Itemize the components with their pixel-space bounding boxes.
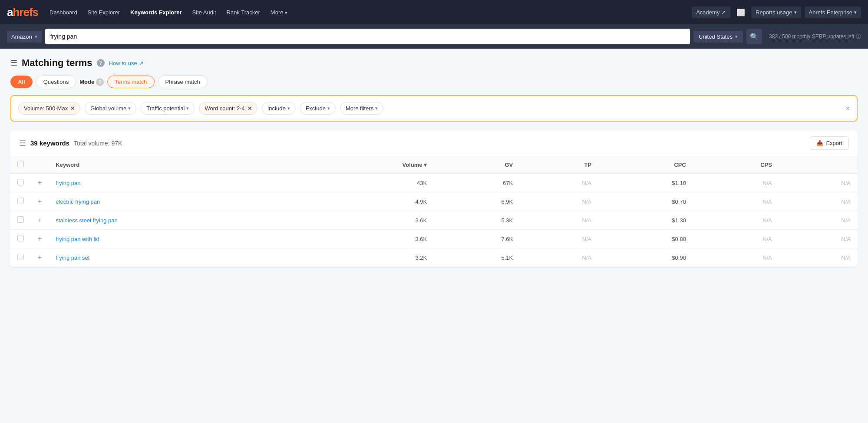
col-cpc[interactable]: CPC xyxy=(598,156,693,173)
col-tp[interactable]: TP xyxy=(520,156,598,173)
row-cps-2: N/A xyxy=(693,211,779,230)
filter-chip-word-count[interactable]: Word count: 2-4 ✕ xyxy=(199,102,257,115)
keyword-link-1[interactable]: electric frying pan xyxy=(56,198,100,205)
row-keyword-cell: stainless steel frying pan xyxy=(49,211,304,230)
row-tp-1: N/A xyxy=(520,192,598,211)
main-content: ☰ Matching terms ? How to use ↗ All Ques… xyxy=(0,49,868,276)
nav-right: Academy ↗ ⬜ Reports usage Ahrefs Enterpr… xyxy=(692,6,861,19)
row-gv-2: 5.3K xyxy=(434,211,520,230)
filter-chip-word-count-label: Word count: 2-4 xyxy=(205,105,244,112)
table-row: + frying pan with lid 3.6K 7.6K N/A $0.8… xyxy=(10,230,858,248)
row-add-button-3[interactable]: + xyxy=(38,235,42,242)
col-gv[interactable]: GV xyxy=(434,156,520,173)
keyword-link-4[interactable]: frying pan set xyxy=(56,254,89,261)
filter-clear-all[interactable]: × xyxy=(846,105,850,112)
row-cps-1: N/A xyxy=(693,192,779,211)
row-cpc-3: $0.80 xyxy=(598,230,693,248)
filter-traffic-potential-label: Traffic potential xyxy=(146,105,185,112)
nav-site-audit[interactable]: Site Audit xyxy=(188,7,221,18)
nav-rank-tracker[interactable]: Rank Tracker xyxy=(222,7,264,18)
col-volume[interactable]: Volume ▾ xyxy=(304,156,434,173)
filter-traffic-potential[interactable]: Traffic potential xyxy=(141,102,195,115)
tab-all[interactable]: All xyxy=(10,76,33,88)
row-extra-1: N/A xyxy=(779,192,858,211)
row-add-button-4[interactable]: + xyxy=(38,254,42,261)
row-checkbox-cell xyxy=(10,248,31,267)
row-checkbox-3[interactable] xyxy=(17,235,24,241)
filter-more-filters[interactable]: More filters xyxy=(340,102,383,115)
how-to-use-link[interactable]: How to use ↗ xyxy=(109,60,144,66)
col-select-all[interactable] xyxy=(10,156,31,173)
keyword-link-3[interactable]: frying pan with lid xyxy=(56,236,99,242)
filter-more-filters-label: More filters xyxy=(346,105,373,112)
export-icon: 📥 xyxy=(816,140,823,146)
table-header-row: ☰ 39 keywords Total volume: 97K 📥 Export xyxy=(10,130,858,156)
row-add-button-2[interactable]: + xyxy=(38,216,42,224)
export-label: Export xyxy=(826,140,842,146)
nav-more[interactable]: More xyxy=(266,7,292,18)
row-cpc-2: $1.30 xyxy=(598,211,693,230)
row-add-cell: + xyxy=(31,211,49,230)
row-add-cell: + xyxy=(31,173,49,192)
logo[interactable]: ahrefs xyxy=(7,6,38,19)
keyword-count: 39 keywords xyxy=(30,139,69,147)
nav-academy[interactable]: Academy ↗ xyxy=(692,7,730,18)
filter-chip-volume-label: Volume: 500-Max xyxy=(24,105,68,112)
page-header: ☰ Matching terms ? How to use ↗ xyxy=(10,57,858,69)
row-checkbox-0[interactable] xyxy=(17,179,24,185)
row-add-button-1[interactable]: + xyxy=(38,198,42,205)
tab-questions[interactable]: Questions xyxy=(36,76,76,88)
filter-row: Volume: 500-Max ✕ Global volume Traffic … xyxy=(10,95,858,122)
table-drag-icon[interactable]: ☰ xyxy=(19,139,26,148)
nav-keywords-explorer[interactable]: Keywords Explorer xyxy=(126,7,186,18)
row-extra-0: N/A xyxy=(779,173,858,192)
help-icon[interactable]: ? xyxy=(97,59,105,67)
row-add-cell: + xyxy=(31,248,49,267)
search-engine-select[interactable]: Amazon xyxy=(7,31,42,43)
hamburger-icon[interactable]: ☰ xyxy=(10,58,17,68)
row-gv-3: 7.6K xyxy=(434,230,520,248)
col-add xyxy=(31,156,49,173)
country-label: United States xyxy=(699,33,733,40)
col-cps[interactable]: CPS xyxy=(693,156,779,173)
row-tp-3: N/A xyxy=(520,230,598,248)
row-keyword-cell: frying pan xyxy=(49,173,304,192)
row-add-button-0[interactable]: + xyxy=(38,179,42,186)
row-keyword-cell: electric frying pan xyxy=(49,192,304,211)
row-checkbox-4[interactable] xyxy=(17,254,24,260)
filter-global-volume[interactable]: Global volume xyxy=(85,102,136,115)
nav-dashboard[interactable]: Dashboard xyxy=(45,7,82,18)
row-keyword-cell: frying pan with lid xyxy=(49,230,304,248)
search-engine-label: Amazon xyxy=(11,33,32,40)
row-keyword-cell: frying pan set xyxy=(49,248,304,267)
export-button[interactable]: 📥 Export xyxy=(810,136,849,150)
select-all-checkbox[interactable] xyxy=(17,161,24,167)
filter-chip-volume-remove[interactable]: ✕ xyxy=(70,106,75,112)
row-checkbox-1[interactable] xyxy=(17,198,24,204)
nav-site-explorer[interactable]: Site Explorer xyxy=(83,7,124,18)
search-button[interactable]: 🔍 xyxy=(746,29,762,44)
table-row: + frying pan set 3.2K 5.1K N/A $0.90 N/A… xyxy=(10,248,858,267)
tab-terms-match[interactable]: Terms match xyxy=(107,76,154,88)
table-row: + frying pan 43K 67K N/A $1.10 N/A N/A xyxy=(10,173,858,192)
keyword-link-0[interactable]: frying pan xyxy=(56,180,80,186)
filter-exclude[interactable]: Exclude xyxy=(300,102,336,115)
row-volume-1: 4.9K xyxy=(304,192,434,211)
row-add-cell: + xyxy=(31,230,49,248)
keyword-link-2[interactable]: stainless steel frying pan xyxy=(56,217,117,224)
row-checkbox-2[interactable] xyxy=(17,216,24,223)
filter-chip-word-count-remove[interactable]: ✕ xyxy=(248,106,252,112)
search-input[interactable] xyxy=(50,33,685,40)
nav-reports-usage[interactable]: Reports usage xyxy=(751,7,801,18)
filter-include[interactable]: Include xyxy=(262,102,296,115)
mode-label: Mode ? xyxy=(79,78,104,86)
row-gv-0: 67K xyxy=(434,173,520,192)
tab-phrase-match[interactable]: Phrase match xyxy=(158,76,208,88)
monitor-icon[interactable]: ⬜ xyxy=(734,6,748,19)
row-volume-0: 43K xyxy=(304,173,434,192)
row-cpc-4: $0.90 xyxy=(598,248,693,267)
filter-chip-volume[interactable]: Volume: 500-Max ✕ xyxy=(18,102,80,115)
nav-enterprise[interactable]: Ahrefs Enterprise xyxy=(805,7,861,18)
mode-help-icon[interactable]: ? xyxy=(96,78,104,86)
country-select[interactable]: United States xyxy=(693,31,743,43)
